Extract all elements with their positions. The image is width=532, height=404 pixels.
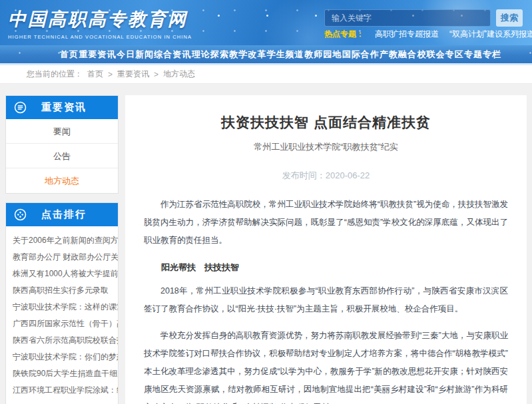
important-news-panel-title: 重要资讯 [27, 101, 110, 114]
hot-topic-link-2[interactable]: “双高计划”建设系列报道 [449, 29, 532, 40]
article-subtitle: 常州工业职业技术学院“职教扶贫”纪实 [144, 141, 508, 153]
article-paragraph: 2018年，常州工业职业技术学院积极参与“职业教育东西部协作行动”，与陕西省安康… [144, 282, 508, 318]
nav-item-teacher-garden[interactable]: 教师园地 [304, 49, 342, 61]
search-input[interactable] [324, 9, 491, 27]
hot-topic-link-1[interactable]: 高职扩招专题报道 [375, 29, 439, 40]
article-paragraph: 学校充分发挥自身的高职教育资源优势，努力将苏南职教发展经验带到“三秦”大地，与安… [144, 327, 508, 404]
rank-list-item[interactable]: 株洲又有1000人将被大学提前录... [6, 266, 118, 282]
rank-list-item[interactable]: 关于2006年之前新闻的查阅方法 [6, 232, 118, 249]
sidebar-item-difangdongtai[interactable]: 地方动态 [6, 168, 118, 193]
site-logo-subtitle: HIGHER TECHNICAL AND VOCATIONAL EDUCATIO… [8, 34, 192, 40]
article-title: 扶资扶技扶智 点面结合精准扶贫 [144, 113, 508, 132]
nav-item-special-columns[interactable]: 专题专栏 [464, 49, 501, 61]
search-button[interactable]: 搜索 [496, 9, 523, 27]
breadcrumb: 您当前的位置： 首页 > 重要资讯 > 地方动态 [0, 65, 532, 84]
site-banner: 中国高职高专教育网 HIGHER TECHNICAL AND VOCATIONA… [0, 0, 532, 45]
rank-list-item[interactable]: 陕西省六所示范高职院校联合招... [6, 332, 118, 349]
rank-list-item[interactable]: 宁波职业技术学院：这样的课堂... [6, 299, 118, 315]
hot-topics-bar: 热点专题： 高职扩招专题报道 “双高计划”建设系列报道 [324, 29, 532, 40]
list-circle-icon [14, 101, 27, 114]
main-nav: 首页 重要资讯 今日新闻 综合资讯 理论探索 教学改革 学生频道 教师园地 国际… [0, 45, 532, 65]
hot-topics-label: 热点专题： [324, 29, 364, 40]
rank-list-item[interactable]: 教育部办公厅 财政部办公厅关于... [6, 249, 118, 266]
nav-item-today-news[interactable]: 今日新闻 [117, 49, 154, 61]
rank-list-item[interactable]: 宁波职业技术学院：你们的梦想... [6, 349, 118, 365]
content-area: 重要资讯 要闻 公告 地方动态 点击排行 [0, 84, 532, 404]
breadcrumb-label: 您当前的位置： [27, 69, 83, 80]
breadcrumb-separator: > [154, 70, 158, 79]
important-news-list: 要闻 公告 地方动态 [6, 119, 118, 193]
article-body: 作为江苏省示范性高职院校，常州工业职业技术学院始终将“职教扶贫”视为使命，扶技扶… [144, 196, 508, 404]
click-rank-panel-header: 点击排行 [6, 203, 118, 226]
article-publish-date: 发布时间：2020-06-22 [144, 170, 508, 182]
sidebar-item-gonggao[interactable]: 公告 [6, 144, 118, 168]
search-bar: 搜索 [324, 9, 523, 27]
click-rank-list: 关于2006年之前新闻的查阅方法 教育部办公厅 财政部办公厅关于... 株洲又有… [6, 226, 118, 404]
nav-item-industry-education[interactable]: 产教融合 [380, 49, 417, 61]
nav-item-general-news[interactable]: 综合资讯 [154, 49, 191, 61]
article-paragraph: 作为江苏省示范性高职院校，常州工业职业技术学院始终将“职教扶贫”视为使命，扶技扶… [144, 196, 508, 250]
nav-item-theory[interactable]: 理论探索 [192, 49, 229, 61]
article-panel: 扶资扶技扶智 点面结合精准扶贫 常州工业职业技术学院“职教扶贫”纪实 发布时间：… [125, 95, 527, 404]
rank-list-item[interactable]: 江西环境工程职业学院涂斌：给... [6, 382, 118, 399]
article-section-heading: 阳光帮扶 扶技扶智 [144, 258, 508, 276]
click-rank-panel-title: 点击排行 [27, 208, 110, 221]
compass-circle-icon [14, 208, 27, 222]
breadcrumb-important-news[interactable]: 重要资讯 [117, 69, 149, 80]
sidebar-item-yaowen[interactable]: 要闻 [6, 119, 118, 144]
sidebar: 重要资讯 要闻 公告 地方动态 点击排行 [5, 95, 119, 404]
click-rank-panel: 点击排行 关于2006年之前新闻的查阅方法 教育部办公厅 财政部办公厅关于...… [5, 202, 119, 404]
breadcrumb-separator: > [108, 70, 113, 79]
nav-item-association-zone[interactable]: 校联会专区 [417, 49, 464, 61]
page: 中国高职高专教育网 HIGHER TECHNICAL AND VOCATIONA… [0, 0, 532, 404]
important-news-panel-header: 重要资讯 [6, 96, 118, 119]
rank-list-item[interactable]: 陕铁院90后大学生捐造血干细胞... [6, 365, 118, 382]
important-news-panel: 重要资讯 要闻 公告 地方动态 [5, 95, 119, 194]
rank-list-item[interactable]: 广西四所国家示范性（骨干）高... [6, 315, 118, 332]
site-logo-title: 中国高职高专教育网 [8, 7, 192, 31]
rank-list-item[interactable]: 陕西高职招生实行多元录取 [6, 282, 118, 299]
nav-item-student-channel[interactable]: 学生频道 [267, 49, 304, 61]
nav-item-international[interactable]: 国际合作 [342, 49, 380, 61]
breadcrumb-home[interactable]: 首页 [87, 69, 103, 80]
nav-item-teaching-reform[interactable]: 教学改革 [229, 49, 266, 61]
nav-item-home[interactable]: 首页 [60, 49, 79, 61]
site-logo[interactable]: 中国高职高专教育网 HIGHER TECHNICAL AND VOCATIONA… [8, 7, 192, 40]
nav-item-important-news[interactable]: 重要资讯 [79, 49, 116, 61]
breadcrumb-local-news[interactable]: 地方动态 [163, 69, 195, 80]
